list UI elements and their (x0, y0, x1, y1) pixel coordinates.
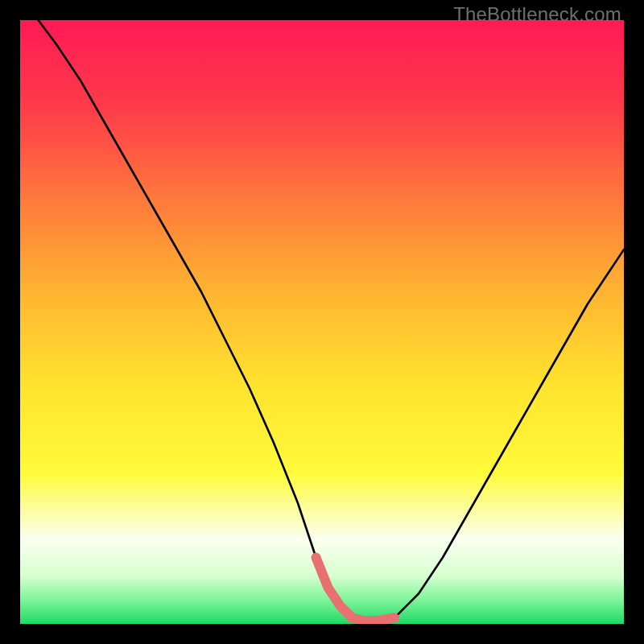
plot-area (20, 20, 624, 624)
bottleneck-curve (39, 20, 625, 621)
watermark-text: TheBottleneck.com (453, 3, 621, 26)
curve-layer (20, 20, 624, 624)
bottleneck-highlight (316, 558, 395, 621)
chart-container: TheBottleneck.com (0, 0, 644, 644)
